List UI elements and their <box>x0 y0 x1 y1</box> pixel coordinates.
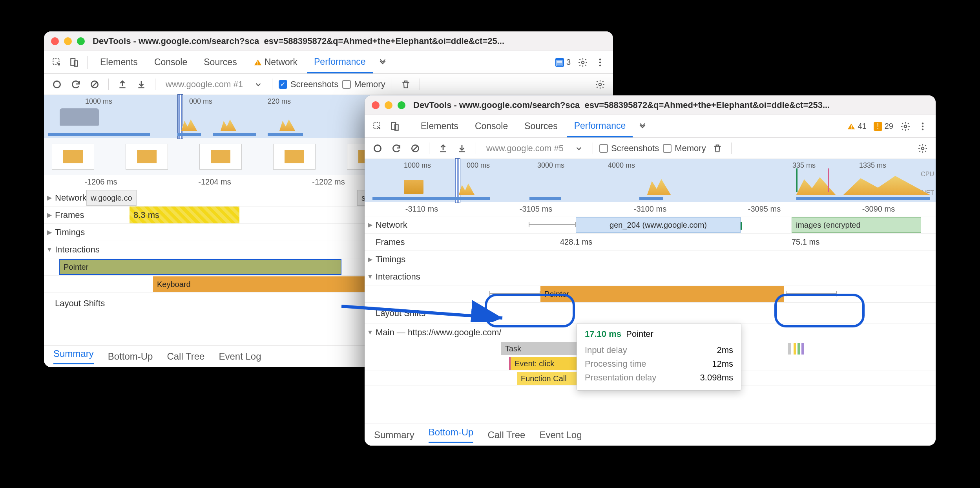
settings-icon[interactable] <box>915 141 930 156</box>
close-icon[interactable] <box>372 101 380 109</box>
screenshots-checkbox[interactable]: Screenshots <box>599 143 659 154</box>
ruler-tick: -1204 ms <box>198 177 231 186</box>
caret-right-icon[interactable]: ▶ <box>44 228 55 236</box>
tab-sources[interactable]: Sources <box>517 115 564 137</box>
caret-down-icon[interactable]: ▼ <box>44 246 55 253</box>
settings-icon[interactable] <box>593 77 608 92</box>
reload-button[interactable] <box>389 141 404 156</box>
main-toolbar: Elements Console Sources Network Perform… <box>44 51 613 74</box>
memory-checkbox[interactable]: Memory <box>663 143 706 154</box>
time-ruler[interactable]: -3110 ms -3105 ms -3100 ms -3095 ms -309… <box>365 202 936 216</box>
track-interactions[interactable]: ▼ Interactions <box>365 268 936 285</box>
download-icon[interactable] <box>134 77 149 92</box>
tab-call-tree[interactable]: Call Tree <box>487 430 525 440</box>
more-tabs-icon[interactable] <box>635 119 650 134</box>
network-entry[interactable]: w.google.co <box>86 190 137 206</box>
zoom-icon[interactable] <box>398 101 405 109</box>
track-layout-shifts[interactable]: Layout Shifts <box>365 303 936 324</box>
reload-button[interactable] <box>68 77 83 92</box>
svg-rect-4 <box>257 64 258 64</box>
range-handle[interactable] <box>455 158 460 203</box>
recording-name[interactable]: www.google.com #5 <box>482 143 568 154</box>
minimize-icon[interactable] <box>64 37 72 45</box>
tab-event-log[interactable]: Event Log <box>539 430 582 440</box>
screenshot-thumb[interactable] <box>126 144 168 170</box>
caret-right-icon[interactable]: ▶ <box>365 221 376 228</box>
svg-point-6 <box>599 58 601 60</box>
interaction-pointer-row[interactable]: Pointer <box>365 285 936 303</box>
interaction-pointer[interactable]: Pointer <box>540 286 784 302</box>
tab-summary[interactable]: Summary <box>374 430 414 440</box>
record-button[interactable] <box>370 141 385 156</box>
kebab-icon[interactable] <box>915 119 930 134</box>
upload-icon[interactable] <box>115 77 130 92</box>
download-icon[interactable] <box>454 141 469 156</box>
screenshots-checkbox[interactable]: ✓Screenshots <box>279 79 338 90</box>
recording-name[interactable]: www.google.com #1 <box>162 79 247 90</box>
caret-down-icon[interactable]: ▼ <box>365 273 376 280</box>
clear-button[interactable] <box>87 77 102 92</box>
more-tabs-icon[interactable] <box>375 55 390 70</box>
tab-performance[interactable]: Performance <box>307 51 373 73</box>
memory-checkbox[interactable]: Memory <box>342 79 385 90</box>
inspect-icon[interactable] <box>49 55 64 70</box>
trash-icon[interactable] <box>398 77 413 92</box>
tab-elements[interactable]: Elements <box>93 51 145 73</box>
upload-icon[interactable] <box>436 141 451 156</box>
frame-duration: 428.1 ms <box>560 238 592 247</box>
range-handle[interactable] <box>177 94 183 139</box>
minimize-icon[interactable] <box>385 101 392 109</box>
tab-console[interactable]: Console <box>147 51 194 73</box>
warnings-badge[interactable]: 41 <box>845 122 869 131</box>
errors-badge[interactable]: !29 <box>871 122 896 131</box>
zoom-icon[interactable] <box>77 37 85 45</box>
tab-performance[interactable]: Performance <box>567 115 633 137</box>
tab-event-log[interactable]: Event Log <box>219 351 261 362</box>
interaction-pointer[interactable]: Pointer <box>59 259 341 275</box>
cpu-label: CPU <box>921 171 934 178</box>
settings-icon[interactable] <box>898 119 913 134</box>
screenshot-thumb[interactable] <box>199 144 242 170</box>
caret-right-icon[interactable]: ▶ <box>365 256 376 263</box>
checkbox-icon <box>599 144 608 153</box>
dropdown-icon[interactable] <box>251 77 266 92</box>
close-icon[interactable] <box>51 37 59 45</box>
settings-icon[interactable] <box>575 55 590 70</box>
track-timings[interactable]: ▶ Timings <box>365 251 936 268</box>
trash-icon[interactable] <box>710 141 725 156</box>
inspect-icon[interactable] <box>370 119 385 134</box>
caret-down-icon[interactable]: ▼ <box>365 329 376 336</box>
kebab-icon[interactable] <box>593 55 608 70</box>
device-icon[interactable] <box>387 119 402 134</box>
record-button[interactable] <box>49 77 64 92</box>
clear-button[interactable] <box>408 141 423 156</box>
caret-right-icon[interactable]: ▶ <box>44 194 55 201</box>
track-frames[interactable]: Frames 428.1 ms 75.1 ms <box>365 234 936 251</box>
tab-summary[interactable]: Summary <box>53 348 94 364</box>
caret-right-icon[interactable]: ▶ <box>44 211 55 219</box>
screenshot-thumb[interactable] <box>273 144 316 170</box>
issues-badge[interactable]: ▤3 <box>553 58 573 67</box>
tooltip-duration: 17.10 ms <box>585 329 621 339</box>
screenshot-thumb[interactable] <box>52 144 94 170</box>
tab-network[interactable]: Network <box>246 51 305 73</box>
tab-bottom-up[interactable]: Bottom-Up <box>429 427 474 443</box>
ruler-tick: -3100 ms <box>634 205 666 214</box>
overview-timeline[interactable]: 1000 ms 000 ms 3000 ms 4000 ms 335 ms 13… <box>365 159 936 202</box>
dropdown-icon[interactable] <box>571 141 586 156</box>
tab-console[interactable]: Console <box>468 115 515 137</box>
network-entry[interactable]: gen_204 (www.google.com) <box>576 217 741 233</box>
device-icon[interactable] <box>67 55 82 70</box>
ruler-tick: -1206 ms <box>84 177 117 186</box>
main-toolbar: Elements Console Sources Performance 41 … <box>365 115 936 138</box>
svg-point-5 <box>582 61 584 64</box>
track-network[interactable]: ▶ Network gen_204 (www.google.com) image… <box>365 216 936 234</box>
tab-bottom-up[interactable]: Bottom-Up <box>108 351 153 362</box>
tab-elements[interactable]: Elements <box>414 115 465 137</box>
frame-duration: 75.1 ms <box>792 238 819 247</box>
tab-call-tree[interactable]: Call Tree <box>167 351 204 362</box>
network-entry[interactable]: images (encrypted <box>792 217 921 233</box>
svg-point-10 <box>599 83 602 86</box>
tab-sources[interactable]: Sources <box>197 51 244 73</box>
titlebar: DevTools - www.google.com/search?sca_esv… <box>44 31 613 51</box>
